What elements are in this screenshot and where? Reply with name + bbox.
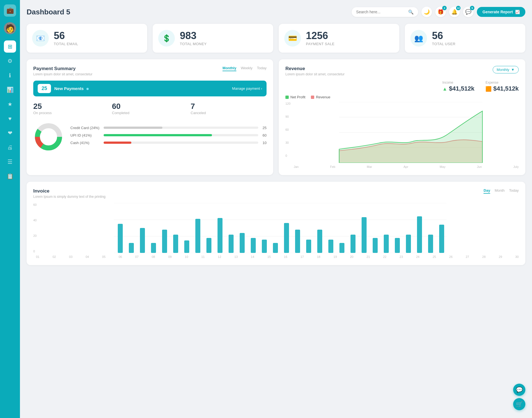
sidebar-item-chart[interactable]: 📊	[4, 84, 16, 96]
sidebar-item-heart[interactable]: ♥	[4, 112, 16, 125]
new-payments-label: New Payments	[54, 86, 89, 91]
header-right: 🔍 🌙 🎁 2 🔔 12 💬 5 Generate Report 📈	[352, 7, 525, 17]
cash-bar	[104, 142, 131, 144]
theme-toggle-btn[interactable]: 🌙	[421, 7, 432, 17]
chat-btn[interactable]: 💬 5	[463, 7, 474, 17]
sidebar-item-print[interactable]: 🖨	[4, 141, 16, 153]
revenue-stats: Income ▲ $41,512k Expense 🟧 $41,512k	[285, 81, 519, 92]
income-label: Income	[442, 81, 474, 84]
page-title: Dashboard 5	[27, 8, 70, 16]
bell-btn[interactable]: 🔔 12	[449, 7, 460, 17]
svg-rect-40	[417, 216, 422, 253]
tab-monthly[interactable]: Monthly	[222, 66, 236, 71]
gift-btn[interactable]: 🎁 2	[435, 7, 446, 17]
revenue-header: Revenue Lorem ipsum dolor sit amet, cons…	[285, 66, 519, 76]
invoice-tab-month[interactable]: Month	[495, 188, 505, 194]
invoice-y-axis: 6040200	[33, 203, 37, 253]
stat-card-money: 💲 983 TOTAL MONEY	[153, 24, 273, 53]
tab-weekly[interactable]: Weekly	[241, 66, 252, 71]
canceled-num: 7	[191, 102, 267, 111]
revenue-dropdown[interactable]: Monthly ▼	[493, 66, 519, 73]
progress-rows: Credit Card (24%) 25 UPI ID (41%) 60	[70, 126, 267, 148]
user-icon-wrap: 👥	[410, 30, 427, 47]
sidebar-item-doc[interactable]: 📋	[4, 170, 16, 182]
sidebar: 💼 🧑 ⊞ ⚙ ℹ 📊 ★ ♥ ❤ 🖨 ☰ 📋	[0, 0, 20, 418]
chat-badge: 5	[470, 6, 474, 10]
stats-row: 25 On process 60 Completed 7 Canceled	[33, 102, 267, 115]
support-float-btn[interactable]: 💬	[513, 384, 525, 396]
sidebar-item-star[interactable]: ★	[4, 98, 16, 110]
invoice-tabs: Day Month Today	[484, 188, 519, 194]
stat-cards: 📧 56 TOTAL EMAIL 💲 983 TOTAL MONEY 💳 125…	[27, 24, 525, 53]
svg-rect-21	[206, 238, 211, 253]
net-profit-label: Net Profit	[290, 95, 305, 99]
income-value: ▲ $41,512k	[442, 85, 474, 92]
avatar[interactable]: 🧑	[4, 22, 16, 34]
money-icon: 💲	[162, 34, 171, 43]
sidebar-item-dashboard[interactable]: ⊞	[4, 40, 16, 53]
svg-rect-32	[328, 240, 333, 253]
sidebar-logo[interactable]: 💼	[4, 4, 16, 17]
sidebar-item-list[interactable]: ☰	[4, 156, 16, 168]
generate-btn-label: Generate Report	[482, 10, 513, 14]
revenue-dropdown-label: Monthly	[497, 68, 510, 72]
credit-bar	[104, 127, 162, 129]
svg-rect-42	[439, 225, 444, 253]
new-payments-bar: 25 New Payments Manage payment ›	[33, 81, 267, 96]
revenue-card: Revenue Lorem ipsum dolor sit amet, cons…	[279, 59, 525, 175]
tab-today[interactable]: Today	[257, 66, 267, 71]
invoice-tab-day[interactable]: Day	[484, 188, 490, 194]
donut-chart	[33, 122, 64, 152]
chat-icon: 💬	[465, 9, 471, 15]
invoice-tab-today[interactable]: Today	[509, 188, 519, 194]
payment-summary-header: Payment Summary Lorem ipsum dolor sit am…	[33, 66, 267, 76]
upi-bar-wrap	[104, 134, 258, 136]
money-num: 983	[180, 31, 207, 41]
user-num: 56	[432, 31, 456, 41]
area-chart-wrap: 1209060300 JanFebMarAprMayJunJuly	[285, 102, 519, 168]
email-icon: 📧	[36, 34, 45, 43]
net-profit-dot	[285, 96, 289, 99]
payment-icon: 💳	[288, 34, 297, 43]
upi-val: 60	[261, 133, 267, 137]
cart-float-btn[interactable]: 🛒	[513, 398, 525, 410]
svg-rect-22	[218, 218, 222, 253]
invoice-card: Invoice Lorem Ipsum is simply dummy text…	[27, 182, 525, 265]
bell-icon: 🔔	[451, 9, 457, 15]
header: Dashboard 5 🔍 🌙 🎁 2 🔔 12 💬 5 Gen	[27, 7, 525, 17]
sidebar-item-heart2[interactable]: ❤	[4, 127, 16, 139]
upi-label: UPI ID (41%)	[70, 133, 101, 137]
sidebar-item-settings[interactable]: ⚙	[4, 55, 16, 67]
sidebar-item-info[interactable]: ℹ	[4, 69, 16, 81]
completed-label: Completed	[112, 111, 188, 115]
svg-rect-38	[395, 238, 400, 253]
manage-payment-link[interactable]: Manage payment ›	[232, 86, 262, 91]
chart-x-labels: JanFebMarAprMayJunJuly	[285, 165, 519, 168]
income-stat: Income ▲ $41,512k	[442, 81, 474, 92]
svg-rect-15	[140, 228, 145, 253]
invoice-title: Invoice	[33, 188, 106, 194]
cash-bar-wrap	[104, 142, 258, 144]
expense-value: 🟧 $41,512k	[485, 85, 519, 92]
cart-icon: 🛒	[516, 401, 523, 407]
svg-rect-39	[406, 235, 411, 253]
main-content: Dashboard 5 🔍 🌙 🎁 2 🔔 12 💬 5 Gen	[20, 0, 532, 418]
generate-report-button[interactable]: Generate Report 📈	[477, 7, 525, 17]
email-label: TOTAL EMAIL	[54, 42, 78, 46]
svg-rect-23	[229, 235, 234, 253]
revenue-label: Revenue	[316, 95, 330, 99]
support-icon: 💬	[516, 386, 523, 393]
credit-bar-wrap	[104, 127, 258, 129]
on-process-num: 25	[33, 102, 109, 111]
svg-rect-13	[118, 224, 123, 253]
donut-svg	[33, 122, 64, 152]
cash-val: 10	[261, 141, 267, 145]
np-dot	[86, 88, 89, 90]
email-icon-wrap: 📧	[32, 30, 49, 47]
legend-revenue: Revenue	[311, 95, 330, 99]
svg-rect-33	[339, 243, 344, 253]
revenue-subtitle: Lorem ipsum dolor sit amet, consectetur	[285, 72, 344, 76]
search-input[interactable]	[356, 10, 406, 14]
money-label: TOTAL MONEY	[180, 42, 207, 46]
upi-bar	[104, 134, 212, 136]
